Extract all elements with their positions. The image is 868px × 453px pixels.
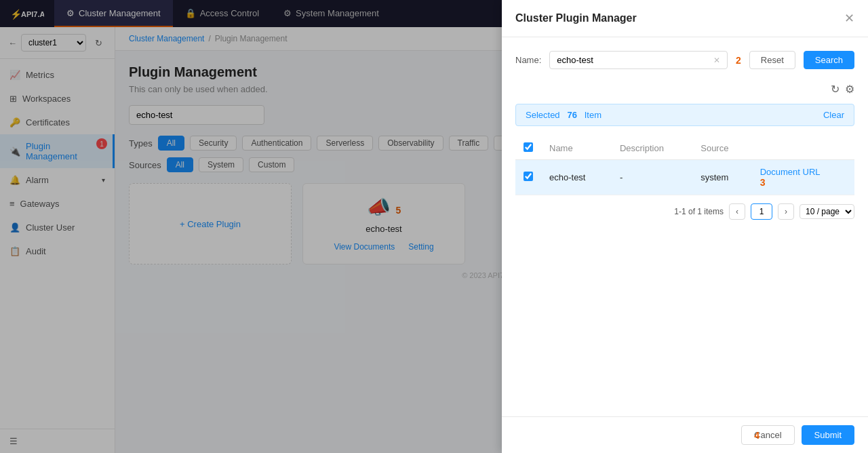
search-button[interactable]: Search	[804, 51, 854, 69]
modal-close-button[interactable]: ✕	[844, 11, 854, 26]
modal-header: Cluster Plugin Manager ✕	[502, 0, 868, 37]
row-checkbox[interactable]	[524, 172, 533, 181]
col-description: Description	[612, 137, 692, 160]
modal-footer: 4 Cancel Submit	[502, 416, 868, 453]
col-source: Source	[692, 137, 751, 160]
modal-title: Cluster Plugin Manager	[515, 12, 637, 24]
step3-badge: 3	[760, 177, 766, 188]
row-name: echo-test	[541, 160, 612, 195]
next-page-button[interactable]: ›	[778, 203, 794, 220]
row-description: -	[612, 160, 692, 195]
step4-badge: 4	[754, 430, 760, 441]
clear-input-icon[interactable]: ✕	[713, 56, 720, 65]
table-refresh-icon[interactable]: ↻	[831, 83, 840, 96]
modal-panel: Cluster Plugin Manager ✕ Name: ✕ 2 Reset…	[502, 0, 868, 453]
step2-badge: 2	[736, 55, 741, 66]
modal-body: Name: ✕ 2 Reset Search ↻ ⚙ Selected	[502, 37, 868, 416]
plugin-table: Name Description Source echo-test - syst…	[515, 137, 854, 195]
modal-overlay: Cluster Plugin Manager ✕ Name: ✕ 2 Reset…	[0, 0, 868, 453]
selected-bar-text: Selected 76 Item	[526, 110, 601, 120]
row-source: system	[692, 160, 751, 195]
prev-page-button[interactable]: ‹	[729, 203, 745, 220]
table-settings-icon[interactable]: ⚙	[845, 83, 854, 96]
reset-button[interactable]: Reset	[749, 51, 795, 69]
col-name: Name	[541, 137, 612, 160]
table-row: echo-test - system Document URL 3	[515, 160, 854, 195]
modal-name-input-wrap[interactable]: ✕	[549, 51, 728, 69]
modal-search-row: Name: ✕ 2 Reset Search	[515, 51, 854, 69]
selected-bar: Selected 76 Item Clear	[515, 104, 854, 126]
page-number-input[interactable]	[751, 203, 772, 220]
select-all-checkbox[interactable]	[524, 142, 533, 152]
page-size-select[interactable]: 10 / page	[800, 204, 854, 219]
document-url-link[interactable]: Document URL	[760, 167, 821, 177]
submit-button[interactable]: Submit	[802, 425, 854, 445]
modal-name-input[interactable]	[557, 55, 709, 65]
pagination-info: 1-1 of 1 items	[674, 207, 724, 216]
name-label: Name:	[515, 55, 541, 65]
pagination: 1-1 of 1 items ‹ › 10 / page	[515, 195, 854, 228]
selected-bar-clear[interactable]: Clear	[823, 110, 844, 120]
cancel-button[interactable]: Cancel	[741, 425, 794, 445]
